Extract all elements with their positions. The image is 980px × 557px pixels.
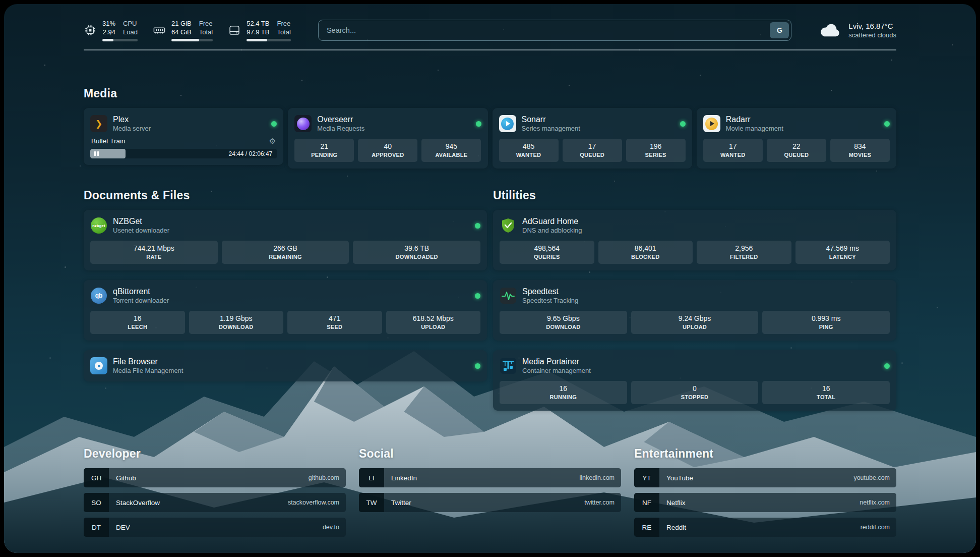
stat-box: 618.52 Mbps UPLOAD [386, 311, 481, 334]
stat-label: UPLOAD [633, 323, 757, 330]
service-name: AdGuard Home [522, 216, 582, 227]
stat-value: 945 [423, 142, 479, 151]
stat-label: FILTERED [699, 253, 789, 260]
service-name: qBittorrent [113, 287, 169, 297]
bookmark-link[interactable]: NF Netflix netflix.com [634, 493, 896, 512]
service-card-sonarr[interactable]: Sonarr Series management 485 WANTED [493, 108, 692, 169]
search-provider-button[interactable]: G [770, 22, 789, 38]
section-title-media: Media [84, 87, 896, 100]
bookmark-link[interactable]: RE Reddit reddit.com [634, 518, 896, 537]
service-card-adguard[interactable]: AdGuard Home DNS and adblocking 498,564 … [493, 210, 896, 270]
search-bar: G [318, 20, 791, 41]
bookmark-abbr: NF [634, 493, 659, 512]
stat-box: 266 GB REMAINING [222, 241, 349, 264]
memory-icon [153, 24, 166, 37]
disk-widget: 52.4 TB 97.9 TB Free Total [228, 19, 291, 41]
stat-value: 9.65 Gbps [502, 314, 625, 323]
service-card-nzbget[interactable]: nzbget NZBGet Usenet downloader [84, 210, 487, 270]
speedtest-icon [500, 287, 517, 304]
section-title-utilities: Utilities [493, 189, 896, 202]
stat-box: 9.24 Gbps UPLOAD [631, 311, 759, 334]
service-subtitle: Media Requests [317, 125, 364, 133]
bookmark-link[interactable]: LI LinkedIn linkedin.com [359, 468, 621, 487]
bookmark-abbr: GH [84, 468, 109, 487]
playback-progress-bar[interactable]: 24:44 / 02:06:47 [90, 149, 277, 158]
stat-value: 16 [92, 314, 183, 323]
stat-label: UPLOAD [388, 323, 479, 330]
service-subtitle: Torrent downloader [113, 297, 169, 305]
bookmark-name: Github [109, 468, 136, 487]
cpu-progress-bar [102, 39, 138, 41]
gear-icon[interactable]: ⚙ [269, 137, 276, 145]
portainer-crane-icon [500, 357, 517, 374]
service-card-speedtest[interactable]: Speedtest Speedtest Tracking 9.65 Gbps D… [493, 280, 896, 341]
bookmark-abbr: YT [634, 468, 659, 487]
stat-box: 16 LEECH [90, 311, 185, 334]
stat-label: LEECH [92, 323, 183, 330]
service-name: Sonarr [522, 115, 580, 125]
service-card-filebrowser[interactable]: File Browser Media File Management [84, 350, 487, 381]
status-indicator [476, 121, 481, 127]
cpu-chip-icon [84, 24, 97, 37]
stat-label: QUEUED [565, 151, 620, 158]
weather-condition: scattered clouds [848, 31, 896, 39]
stat-label: PENDING [296, 151, 352, 158]
bookmark-domain: reddit.com [861, 518, 896, 537]
cpu-load-value: 2.94 [103, 28, 115, 36]
stars-decoration [4, 4, 5, 5]
stat-box: 17 QUEUED [563, 139, 622, 162]
status-indicator [680, 121, 686, 127]
bookmark-link[interactable]: DT DEV dev.to [84, 518, 346, 537]
stat-box: 196 SERIES [626, 139, 686, 162]
stat-box: 0.993 ms PING [762, 311, 890, 334]
overseerr-icon [294, 115, 312, 132]
stat-value: 498,564 [502, 244, 592, 253]
stat-label: DOWNLOADED [355, 253, 478, 260]
service-subtitle: Media File Management [113, 367, 183, 375]
stat-box: 0 STOPPED [631, 381, 759, 404]
stat-box: 2,956 FILTERED [697, 241, 791, 264]
bookmark-link[interactable]: YT YouTube youtube.com [634, 468, 896, 487]
service-card-plex[interactable]: ❯ Plex Media server Bullet Train ⚙ [84, 108, 283, 165]
stat-label: MOVIES [832, 151, 888, 158]
bookmark-link[interactable]: GH Github github.com [84, 468, 346, 487]
stat-box: 16 TOTAL [762, 381, 890, 404]
cloud-icon [819, 22, 842, 38]
stat-value: 1.19 Gbps [191, 314, 282, 323]
pause-icon[interactable] [94, 151, 99, 156]
service-subtitle: DNS and adblocking [522, 227, 582, 235]
bookmark-name: Netflix [659, 493, 686, 512]
service-card-radarr[interactable]: Radarr Movie management 17 WANTED [697, 108, 896, 169]
nzbget-logo-text: nzbget [92, 224, 105, 228]
stat-box: 86,401 BLOCKED [598, 241, 693, 264]
stat-value: 17 [565, 142, 620, 151]
section-title-documents: Documents & Files [84, 189, 487, 202]
bookmark-domain: stackoverflow.com [288, 493, 346, 512]
search-input[interactable] [318, 20, 791, 41]
disk-total-label: Total [277, 28, 290, 36]
playback-time: 24:44 / 02:06:47 [229, 150, 273, 157]
bookmark-domain: github.com [309, 468, 346, 487]
disk-total-value: 97.9 TB [247, 28, 269, 36]
section-title-developer: Developer [84, 447, 346, 461]
top-bar: 31% 2.94 CPU Load [84, 4, 896, 41]
cpu-label: CPU [123, 19, 138, 28]
bookmark-link[interactable]: SO StackOverflow stackoverflow.com [84, 493, 346, 512]
service-subtitle: Usenet downloader [113, 227, 169, 235]
bookmark-domain: twitter.com [584, 493, 621, 512]
service-subtitle: Movie management [726, 125, 783, 133]
service-name: Speedtest [522, 287, 578, 297]
nzbget-icon: nzbget [90, 217, 107, 234]
stat-value: 9.24 Gbps [633, 314, 757, 323]
bookmark-domain: dev.to [323, 518, 346, 537]
service-card-qbittorrent[interactable]: qb qBittorrent Torrent downloader [84, 280, 487, 341]
service-card-overseerr[interactable]: Overseerr Media Requests 21 PENDING [288, 108, 487, 169]
resource-widgets: 31% 2.94 CPU Load [84, 19, 291, 41]
service-card-portainer[interactable]: Media Portainer Container management 16 … [493, 350, 896, 411]
service-name: NZBGet [113, 216, 169, 227]
disk-free-label: Free [277, 19, 290, 28]
stat-value: 266 GB [224, 244, 347, 253]
stat-value: 21 [296, 142, 352, 151]
bookmark-link[interactable]: TW Twitter twitter.com [359, 493, 621, 512]
stat-box: 471 SEED [287, 311, 382, 334]
